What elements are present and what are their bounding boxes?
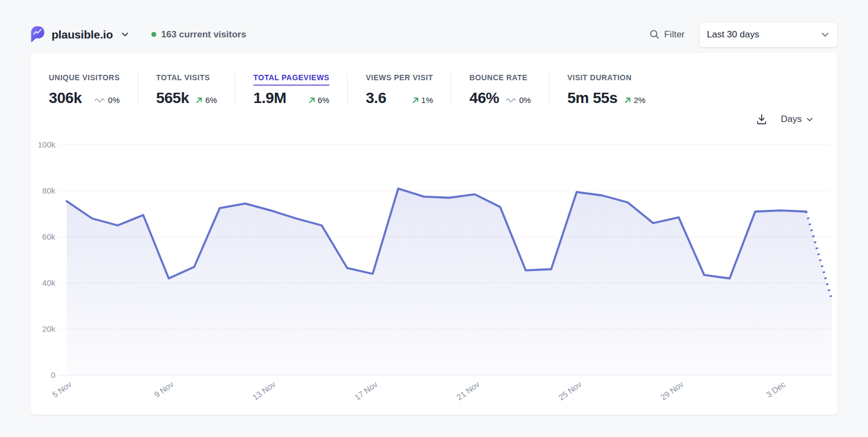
stat-value-row: 3.61% bbox=[366, 91, 433, 106]
stat-change: 6% bbox=[195, 95, 217, 106]
y-axis-label: 80k bbox=[42, 186, 56, 195]
x-axis-label: 21 Nov bbox=[455, 379, 481, 402]
chevron-down-icon bbox=[820, 30, 830, 40]
y-axis-label: 0 bbox=[51, 370, 55, 380]
filter-label: Filter bbox=[664, 29, 685, 40]
interval-label: Days bbox=[781, 114, 802, 125]
plausible-logo-icon bbox=[30, 26, 45, 43]
plausible-dashboard: plausible.io 163 current visitors Filter… bbox=[0, 0, 868, 415]
stat-label: TOTAL PAGEVIEWS bbox=[253, 73, 329, 86]
stat-bounce-rate[interactable]: BOUNCE RATE46%0% bbox=[451, 73, 548, 106]
pageviews-chart[interactable]: 020k40k60k80k100k5 Nov9 Nov13 Nov17 Nov2… bbox=[30, 133, 838, 415]
filter-button[interactable]: Filter bbox=[649, 29, 685, 40]
interval-select[interactable]: Days bbox=[781, 114, 814, 125]
stat-unique-visitors[interactable]: UNIQUE VISITORS306k0% bbox=[49, 73, 138, 106]
site-switcher[interactable]: plausible.io bbox=[30, 26, 130, 43]
stats-row: UNIQUE VISITORS306k0%TOTAL VISITS565k6%T… bbox=[30, 53, 838, 106]
stat-change: 1% bbox=[412, 95, 433, 106]
y-axis-label: 100k bbox=[37, 140, 55, 149]
dashboard-card: UNIQUE VISITORS306k0%TOTAL VISITS565k6%T… bbox=[30, 53, 838, 415]
stat-value: 306k bbox=[49, 91, 82, 106]
y-axis-label: 20k bbox=[42, 324, 56, 333]
stat-total-pageviews[interactable]: TOTAL PAGEVIEWS1.9M6% bbox=[235, 73, 347, 106]
trend-up-icon bbox=[412, 97, 419, 104]
stat-value: 5m 55s bbox=[567, 91, 617, 106]
pageviews-area bbox=[67, 189, 832, 375]
stat-change-value: 1% bbox=[422, 95, 433, 105]
site-name: plausible.io bbox=[52, 28, 113, 41]
stat-label: BOUNCE RATE bbox=[469, 73, 527, 86]
stat-views-per-visit[interactable]: VIEWS PER VISIT3.61% bbox=[347, 73, 451, 106]
stat-value-row: 1.9M6% bbox=[253, 91, 329, 106]
stat-change-value: 0% bbox=[108, 95, 120, 105]
download-button[interactable] bbox=[756, 113, 768, 125]
trend-up-icon bbox=[195, 97, 203, 104]
stat-change: 6% bbox=[308, 95, 330, 106]
download-icon bbox=[756, 113, 768, 125]
y-axis-label: 40k bbox=[42, 278, 56, 287]
trend-up-icon bbox=[308, 97, 316, 104]
stat-value-row: 306k0% bbox=[49, 91, 120, 106]
stat-label: TOTAL VISITS bbox=[156, 73, 210, 86]
y-axis-label: 60k bbox=[42, 232, 56, 241]
stat-change: 0% bbox=[94, 95, 120, 106]
stat-change-value: 6% bbox=[318, 95, 330, 105]
x-axis-label: 13 Nov bbox=[251, 379, 277, 402]
stat-change: 2% bbox=[624, 95, 646, 106]
trend-flat-icon bbox=[506, 97, 517, 104]
date-range-value: Last 30 days bbox=[707, 29, 820, 40]
trend-flat-icon bbox=[94, 97, 106, 104]
top-bar: plausible.io 163 current visitors Filter… bbox=[30, 0, 838, 53]
live-dot-icon bbox=[151, 32, 156, 37]
stat-value: 565k bbox=[156, 91, 189, 106]
stat-label: UNIQUE VISITORS bbox=[49, 73, 120, 86]
stat-value: 1.9M bbox=[253, 91, 286, 106]
search-icon bbox=[649, 29, 660, 40]
chart-controls: Days bbox=[756, 113, 814, 125]
trend-up-icon bbox=[624, 97, 631, 104]
stat-label: VIEWS PER VISIT bbox=[366, 73, 433, 86]
x-axis-label: 17 Nov bbox=[353, 379, 379, 402]
stat-visit-duration[interactable]: VISIT DURATION5m 55s2% bbox=[549, 73, 663, 106]
stat-change: 0% bbox=[506, 95, 531, 106]
chevron-down-icon bbox=[806, 115, 814, 124]
stat-change-value: 2% bbox=[634, 95, 646, 105]
stat-change-value: 6% bbox=[205, 95, 217, 105]
stat-value-row: 565k6% bbox=[156, 91, 217, 106]
current-visitors-label: 163 current visitors bbox=[161, 29, 246, 40]
stat-total-visits[interactable]: TOTAL VISITS565k6% bbox=[138, 73, 235, 106]
stat-label: VISIT DURATION bbox=[567, 73, 632, 86]
x-axis-label: 5 Nov bbox=[50, 379, 73, 399]
date-range-select[interactable]: Last 30 days bbox=[700, 22, 838, 47]
stat-value-row: 46%0% bbox=[469, 91, 531, 106]
stat-value-row: 5m 55s2% bbox=[567, 91, 646, 106]
current-visitors[interactable]: 163 current visitors bbox=[151, 29, 246, 40]
x-axis-label: 29 Nov bbox=[659, 379, 685, 402]
x-axis-label: 25 Nov bbox=[557, 379, 583, 402]
x-axis-label: 3 Dec bbox=[764, 379, 787, 399]
x-axis-label: 9 Nov bbox=[152, 379, 175, 399]
stat-change-value: 0% bbox=[519, 95, 531, 105]
chevron-down-icon bbox=[120, 30, 130, 39]
stat-value: 46% bbox=[469, 91, 499, 106]
stat-value: 3.6 bbox=[366, 91, 386, 106]
